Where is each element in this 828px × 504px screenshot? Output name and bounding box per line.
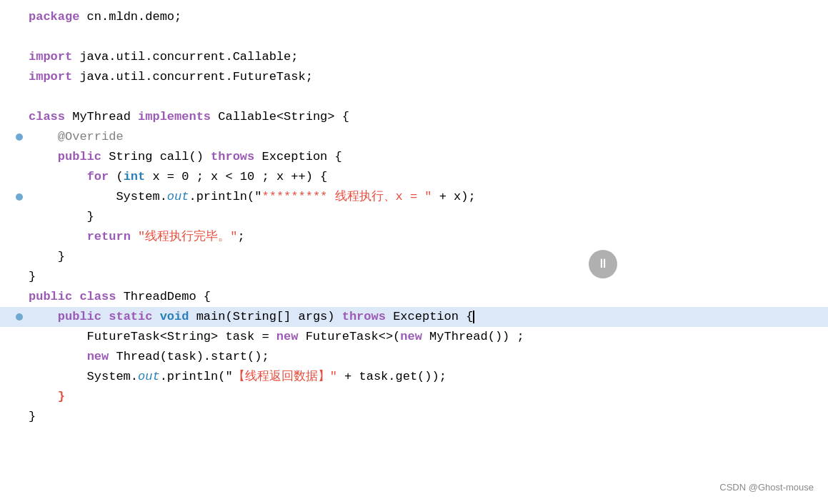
line-content: class MyThread implements Callable<Strin… [29, 107, 349, 126]
gutter-dot [16, 193, 23, 201]
code-token: } [29, 210, 94, 223]
code-token: .println(" [160, 370, 233, 383]
code-token: Exception { [386, 310, 473, 323]
code-line: } [14, 267, 828, 287]
code-line: import java.util.concurrent.Callable; [14, 47, 828, 67]
line-content: for (int x = 0 ; x < 10 ; x ++) { [29, 167, 327, 186]
line-content: new Thread(task).start(); [29, 347, 269, 366]
pause-button[interactable] [589, 250, 617, 278]
code-line: package cn.mldn.demo; [14, 7, 828, 27]
code-token: } [29, 250, 65, 263]
code-token [101, 310, 109, 323]
code-token [72, 290, 79, 303]
line-content: } [29, 267, 36, 286]
watermark: CSDN @Ghost-mouse [719, 480, 814, 495]
code-token [29, 350, 87, 363]
code-token: + task.get()); [337, 370, 447, 383]
code-token [29, 390, 58, 403]
code-token: ; [237, 230, 244, 243]
gutter-dot [16, 133, 23, 141]
code-line: } [14, 247, 828, 267]
code-line: return "线程执行完毕。"; [14, 227, 828, 247]
code-line: System.out.println("********* 线程执行、x = "… [14, 187, 828, 207]
line-content: package cn.mldn.demo; [29, 7, 181, 26]
code-line: } [14, 407, 828, 427]
code-token: implements [138, 110, 211, 124]
code-line: @Override [14, 127, 828, 147]
code-token: Exception { [254, 150, 341, 163]
line-content: System.out.println("【线程返回数据】" + task.get… [29, 367, 447, 386]
code-token: FutureTask<String> task = [29, 330, 276, 343]
code-token: Thread(task).start(); [109, 350, 269, 363]
code-line [14, 87, 828, 107]
code-token: MyThread()) ; [422, 330, 524, 343]
code-token: void [160, 310, 189, 323]
code-token [131, 230, 138, 243]
code-token: new [276, 330, 299, 343]
code-token [152, 310, 159, 323]
code-token: out [138, 370, 160, 383]
code-token: java.util.concurrent.FutureTask; [72, 70, 313, 84]
line-content: FutureTask<String> task = new FutureTask… [29, 327, 524, 346]
code-token: public [58, 310, 101, 323]
line-content: import java.util.concurrent.FutureTask; [29, 67, 313, 86]
code-token: new [400, 330, 422, 343]
code-line: new Thread(task).start(); [14, 347, 828, 367]
code-token: ********* 线程执行、x = " [261, 190, 432, 203]
line-content: System.out.println("********* 线程执行、x = "… [29, 187, 476, 206]
code-token: public [58, 150, 101, 163]
code-token: import [29, 70, 72, 84]
text-cursor [473, 311, 474, 323]
code-line: public class ThreadDemo { [14, 287, 828, 307]
line-content: public String call() throws Exception { [29, 147, 342, 166]
code-token: Callable<String> { [211, 110, 349, 124]
line-content [29, 27, 36, 46]
code-token: + x); [432, 190, 476, 203]
code-token [29, 310, 58, 323]
code-container: package cn.mldn.demo; import java.util.c… [0, 0, 828, 504]
code-line: public static void main(String[] args) t… [0, 307, 828, 327]
code-token: throws [211, 150, 254, 163]
code-line: for (int x = 0 ; x < 10 ; x ++) { [14, 167, 828, 187]
code-token: return [87, 230, 131, 243]
code-token: out [167, 190, 189, 203]
code-token: "线程执行完毕。" [138, 230, 237, 243]
code-line [14, 27, 828, 47]
code-token: } [58, 390, 65, 403]
code-token: class [29, 110, 65, 124]
line-content: public static void main(String[] args) t… [29, 307, 474, 326]
code-token: class [79, 290, 116, 303]
code-token: } [29, 270, 36, 283]
code-line: } [14, 207, 828, 227]
code-token: MyThread [65, 110, 138, 124]
code-line: } [14, 387, 828, 407]
code-line: class MyThread implements Callable<Strin… [14, 107, 828, 127]
line-content: public class ThreadDemo { [29, 287, 211, 306]
code-token: cn.mldn.demo; [79, 10, 181, 24]
code-token: static [109, 310, 152, 323]
code-token: throws [342, 310, 386, 323]
code-line: public String call() throws Exception { [14, 147, 828, 167]
code-token: for [87, 170, 109, 183]
code-line: System.out.println("【线程返回数据】" + task.get… [14, 367, 828, 387]
code-token [29, 230, 87, 243]
code-token [29, 150, 58, 163]
line-content: return "线程执行完毕。"; [29, 227, 245, 246]
code-token: 【线程返回数据】" [233, 370, 337, 383]
line-content: } [29, 247, 65, 266]
code-token: import [29, 50, 72, 64]
code-token: x = 0 ; x < 10 ; x ++) { [145, 170, 327, 183]
line-content: } [29, 387, 65, 406]
code-token: public [29, 290, 72, 303]
code-token: } [29, 410, 36, 423]
line-gutter [14, 133, 24, 141]
code-token: System. [29, 190, 167, 203]
line-content: } [29, 407, 36, 426]
line-content: @Override [29, 127, 124, 146]
line-content: } [29, 207, 94, 226]
gutter-dot [16, 313, 23, 321]
code-token: @Override [29, 130, 124, 143]
line-content: import java.util.concurrent.Callable; [29, 47, 298, 66]
line-gutter [14, 193, 24, 201]
code-token [29, 170, 87, 183]
